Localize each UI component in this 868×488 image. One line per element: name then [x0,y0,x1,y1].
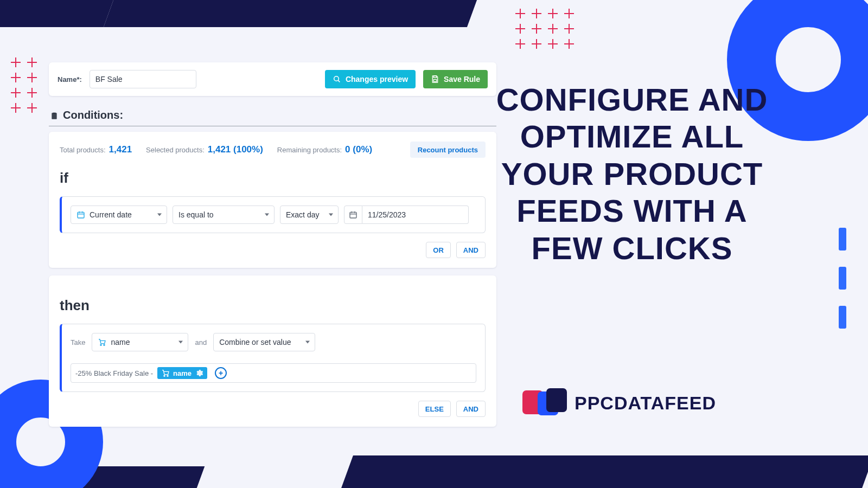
svg-line-1 [338,80,340,82]
brand-mark-icon [522,388,565,418]
date-picker-button[interactable] [344,206,362,224]
svg-point-14 [164,375,165,376]
field-chip[interactable]: name [157,367,207,379]
then-and-button[interactable]: AND [456,401,486,417]
add-token-button[interactable]: + [215,367,227,379]
svg-rect-3 [433,80,436,82]
gear-icon [195,369,203,377]
selected-products-label: Selected products:1,421 (100%) [146,144,263,155]
value-template-input[interactable]: -25% Black Friday Sale - name + [71,363,476,383]
condition-precision-select[interactable]: Exact day [280,206,339,224]
then-else-button[interactable]: ELSE [418,401,451,417]
then-keyword: then [60,297,486,314]
rule-header: Name*: Changes preview Save Rule [49,62,496,96]
take-field-select[interactable]: name [92,333,188,351]
save-rule-button[interactable]: Save Rule [423,70,488,88]
svg-rect-8 [350,212,356,218]
changes-preview-button[interactable]: Changes preview [325,70,416,88]
save-rule-label: Save Rule [444,75,480,84]
condition-field-select[interactable]: Current date [71,206,167,224]
if-keyword: if [60,170,486,187]
hero-headline: Configure and optimize all your product … [488,81,776,267]
changes-preview-label: Changes preview [346,75,408,84]
rule-name-input[interactable] [90,70,196,88]
and-label: and [195,338,207,346]
svg-point-0 [334,76,339,81]
if-card: Total products:1,421 Selected products:1… [49,132,496,268]
action-select[interactable]: Combine or set value [213,333,315,351]
name-label: Name*: [58,75,82,84]
svg-rect-4 [78,212,84,218]
svg-point-13 [104,344,105,345]
then-card: then Take name and Combine or set value … [49,275,496,427]
search-icon [333,75,341,84]
svg-point-15 [167,375,168,376]
cart-icon [161,369,170,377]
cart-icon [98,338,106,346]
brand-name: PPCDATAFEED [575,393,716,414]
calendar-icon [76,210,85,219]
recount-products-button[interactable]: Recount products [410,142,486,158]
total-products-label: Total products:1,421 [60,144,132,155]
if-and-button[interactable]: AND [456,242,486,258]
svg-point-12 [100,344,101,345]
svg-rect-2 [433,76,436,78]
conditions-heading: Conditions: [49,104,496,126]
calendar-icon [349,210,358,219]
brand-logo: PPCDATAFEED [522,388,716,418]
clipboard-icon [50,111,59,120]
value-template-text: -25% Black Friday Sale - [75,369,153,377]
save-icon [431,75,439,84]
then-action-block: Take name and Combine or set value -25% … [60,324,486,392]
if-condition-block: Current date Is equal to Exact day [60,196,486,233]
take-label: Take [71,338,85,346]
condition-date-input[interactable] [362,206,469,224]
remaining-products-label: Remaining products:0 (0%) [277,144,372,155]
if-or-button[interactable]: OR [426,242,451,258]
condition-operator-select[interactable]: Is equal to [173,206,275,224]
